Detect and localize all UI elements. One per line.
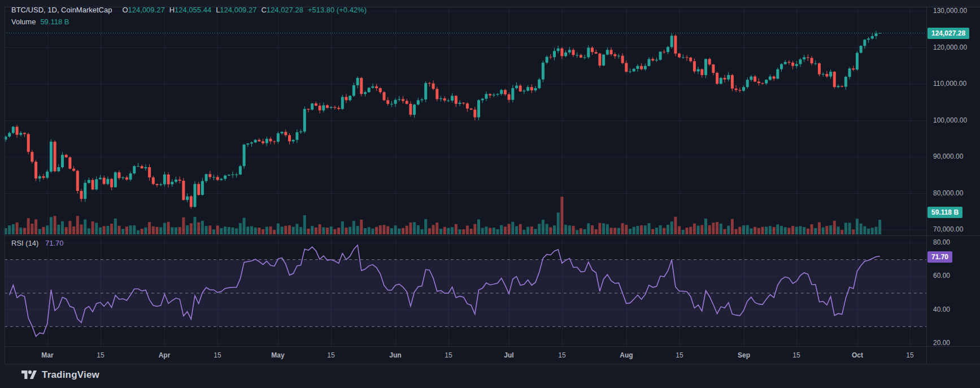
time-tick-day: 15	[792, 351, 800, 359]
time-tick-month: Jul	[504, 351, 513, 359]
volume-value: 59.118 B	[40, 18, 69, 26]
tradingview-brand-text: TradingView	[42, 369, 99, 381]
change-value: +513.80 (+0.42%)	[308, 6, 367, 14]
time-tick-day: 15	[327, 351, 334, 359]
time-tick-month: Aug	[620, 351, 633, 359]
time-tick-month: May	[271, 351, 284, 359]
time-tick-month: Sep	[738, 351, 750, 359]
time-tick-month: Jun	[389, 351, 401, 359]
open-label: O	[122, 6, 128, 14]
volume-label[interactable]: Volume	[11, 18, 36, 26]
rsi-pane[interactable]	[5, 236, 926, 346]
volume-badge: 59.118 B	[927, 207, 962, 218]
time-tick-day: 15	[445, 351, 452, 359]
symbol-title[interactable]: BTC/USD, 1D, CoinMarketCap	[11, 6, 112, 14]
time-tick-day: 15	[558, 351, 565, 359]
axis-tick-label: 130,000.00	[933, 7, 967, 15]
last-price-badge: 124,027.28	[927, 28, 969, 39]
axis-tick-label: 100,000.00	[933, 116, 967, 124]
rsi-indicator-legend[interactable]: RSI (14) 71.70	[11, 239, 64, 247]
time-tick-day: 15	[676, 351, 683, 359]
high-label: H	[169, 6, 175, 14]
open-value: 124,009.27	[128, 6, 165, 14]
tradingview-chart-app: BTC/USD, 1D, CoinMarketCapO124,009.27H12…	[0, 0, 980, 388]
axis-tick-label: 40.00	[933, 306, 950, 313]
rsi-value: 71.70	[45, 239, 64, 247]
time-tick-month: Apr	[159, 351, 171, 359]
axis-tick-label: 120,000.00	[933, 43, 967, 51]
axis-tick-label: 80.00	[933, 238, 950, 246]
axis-tick-label: 80,000.00	[933, 189, 963, 197]
axis-tick-label: 90,000.00	[933, 152, 963, 160]
axis-tick-label: 60.00	[933, 272, 950, 280]
rsi-title: RSI	[11, 239, 24, 247]
axis-tick-label: 70,000.00	[933, 225, 963, 233]
axis-tick-label: 20.00	[933, 339, 950, 347]
price-pane[interactable]	[5, 7, 926, 236]
rsi-params: (14)	[25, 239, 38, 247]
time-tick-day: 15	[97, 351, 104, 359]
tradingview-attribution[interactable]: TradingView	[21, 369, 99, 381]
time-scale[interactable]	[5, 346, 926, 364]
tradingview-logo-icon	[21, 369, 37, 381]
time-tick-day: 15	[906, 351, 913, 359]
time-tick-day: 15	[214, 351, 221, 359]
high-value: 124,055.44	[175, 6, 211, 14]
close-label: C	[261, 6, 266, 14]
axis-tick-label: 110,000.00	[933, 80, 966, 88]
chart-legend: BTC/USD, 1D, CoinMarketCapO124,009.27H12…	[11, 5, 367, 27]
time-tick-month: Oct	[852, 351, 863, 359]
close-value: 124,027.28	[267, 6, 303, 14]
low-value: 124,009.27	[220, 6, 256, 14]
time-tick-month: Mar	[41, 351, 53, 359]
rsi-badge: 71.70	[927, 251, 952, 263]
